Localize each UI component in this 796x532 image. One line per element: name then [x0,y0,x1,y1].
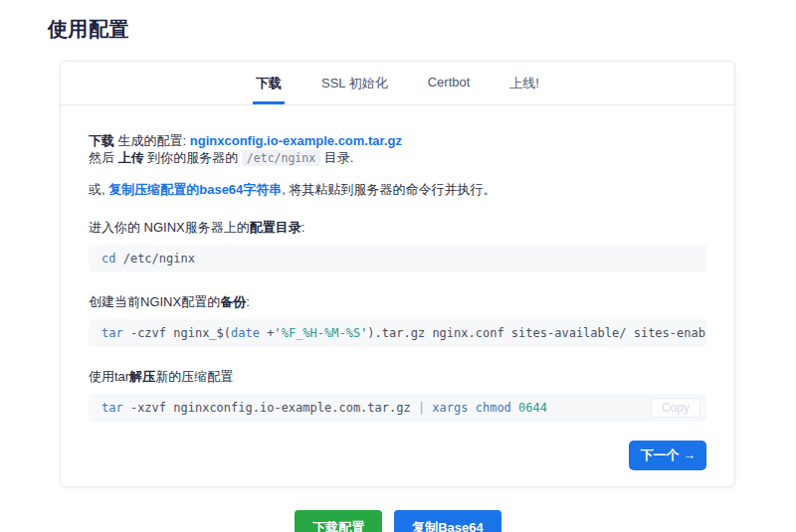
backup-command-block: tar -czvf nginx_$(date +'%F_%H-%M-%S').t… [89,319,706,347]
text-segment: 或, [89,182,108,197]
tab-ssl-init[interactable]: SSL 初始化 [318,75,391,104]
next-row: 下一个 → [89,441,706,470]
text-segment: 备份 [220,294,246,309]
extract-heading: 使用tar解压新的压缩配置 [89,368,706,386]
text-segment: 配置目录 [250,220,301,235]
goto-config-dir-heading: 进入你的 NGINX服务器上的配置目录: [89,219,706,237]
tab-bar: 下载 SSL 初始化 Certbot 上线! [61,62,734,105]
code-token: -czvf nginx_$( [123,326,231,340]
code-token: 0644 [511,401,547,415]
code-token: /etc/nginx [115,252,194,266]
next-button[interactable]: 下一个 → [629,441,706,470]
code-token: -xzvf nginxconfig.io-example.com.tar.gz [123,401,418,415]
text-segment: : [246,294,250,309]
code-token: tar [101,326,123,340]
download-word: 下载 [89,133,114,148]
base64-instructions: 或, 复制压缩配置的base64字符串, 将其粘贴到服务器的命令行并执行。 [89,181,706,198]
text-segment: 然后 [89,150,118,165]
code-token: %F_%H-%M-%S [282,326,360,340]
cd-command-block: cd /etc/nginx [89,245,706,272]
extract-command-block: tar -xzvf nginxconfig.io-example.com.tar… [89,394,706,422]
code-token: cd [101,252,115,266]
page-title: 使用配置 [48,16,796,43]
etc-nginx-path: /etc/nginx [242,150,320,166]
archive-download-link[interactable]: nginxconfig.io-example.com.tar.gz [190,133,402,148]
tab-panel-download: 下载 生成的配置: nginxconfig.io-example.com.tar… [61,105,734,486]
upload-word: 上传 [118,150,144,165]
setup-card: 下载 SSL 初始化 Certbot 上线! 下载 生成的配置: nginxco… [60,61,735,487]
text-segment: 生成的配置: [114,133,190,148]
code-token: tar [101,401,123,415]
text-segment: 进入你的 NGINX服务器上的 [89,220,250,235]
download-config-button[interactable]: 下载配置 [295,510,382,532]
text-segment: 到你的服务器的 [144,150,242,165]
code-token: date [231,326,260,340]
code-token: +' [260,326,282,340]
copy-base64-button[interactable]: 复制Base64 [394,510,501,532]
text-segment: , 将其粘贴到服务器的命令行并执行。 [282,182,496,197]
tab-certbot[interactable]: Certbot [425,75,474,104]
text-segment: 目录. [320,150,353,165]
code-token: xargs [425,401,468,415]
copy-base64-link[interactable]: 复制压缩配置的base64字符串 [108,182,282,197]
footer-actions: 下载配置 复制Base64 [0,510,796,532]
text-segment: 解压 [129,369,155,384]
text-segment: 使用tar [89,369,129,384]
tab-go-live[interactable]: 上线! [506,75,542,104]
copy-button[interactable]: Copy [651,398,700,418]
tab-download[interactable]: 下载 [253,75,285,104]
download-instructions: 下载 生成的配置: nginxconfig.io-example.com.tar… [89,132,706,167]
backup-heading: 创建当前NGINX配置的备份: [89,293,706,311]
text-segment: 新的压缩配置 [155,369,233,384]
text-segment: : [301,220,305,235]
code-token: ').tar.gz nginx.conf sites-available/ si… [360,326,706,340]
code-token: chmod [469,401,511,415]
text-segment: 创建当前NGINX配置的 [89,294,220,309]
